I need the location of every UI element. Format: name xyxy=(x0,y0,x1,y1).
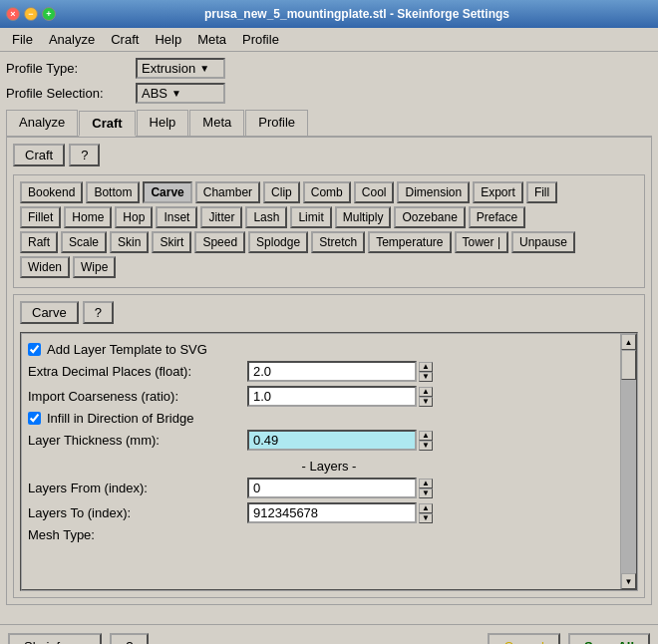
menu-craft[interactable]: Craft xyxy=(103,30,147,49)
tool-dimension[interactable]: Dimension xyxy=(397,181,470,203)
tool-speed[interactable]: Speed xyxy=(194,231,245,253)
tool-bottom[interactable]: Bottom xyxy=(86,181,140,203)
import-coarseness-up[interactable]: ▲ xyxy=(419,387,433,397)
maximize-button[interactable]: + xyxy=(42,7,56,21)
layer-thickness-value: 0.49 xyxy=(253,433,278,448)
tab-craft[interactable]: Craft xyxy=(79,111,135,137)
layers-to-input[interactable]: 912345678 xyxy=(247,502,417,523)
skeinforge-button[interactable]: Skeinforge xyxy=(8,633,102,644)
tool-wipe[interactable]: Wipe xyxy=(73,256,116,278)
layers-from-input[interactable]: 0 xyxy=(247,478,417,498)
scroll-thumb[interactable] xyxy=(621,350,636,380)
tab-meta[interactable]: Meta xyxy=(189,110,244,136)
tool-limit[interactable]: Limit xyxy=(290,206,331,228)
profile-type-select[interactable]: Extrusion ▼ xyxy=(136,58,225,79)
tool-multiply[interactable]: Multiply xyxy=(335,206,392,228)
craft-button[interactable]: Craft xyxy=(13,144,65,166)
layers-to-label: Layers To (index): xyxy=(28,505,247,520)
tool-carve[interactable]: Carve xyxy=(143,181,191,203)
layers-from-row: Layers From (index): 0 ▲ ▼ xyxy=(28,478,630,498)
tool-tower[interactable]: Tower | xyxy=(455,231,508,253)
window-controls[interactable]: × − + xyxy=(6,7,56,21)
import-coarseness-label: Import Coarseness (ratio): xyxy=(28,389,247,404)
tool-preface[interactable]: Preface xyxy=(469,206,525,228)
add-layer-template-label: Add Layer Template to SVG xyxy=(47,342,207,357)
carve-help-button[interactable]: ? xyxy=(83,301,114,324)
menu-file[interactable]: File xyxy=(4,30,41,49)
add-layer-template-checkbox[interactable] xyxy=(28,343,41,356)
carve-button[interactable]: Carve xyxy=(20,301,79,324)
import-coarseness-input[interactable]: 1.0 xyxy=(247,386,417,407)
layers-to-up[interactable]: ▲ xyxy=(419,503,433,513)
import-coarseness-down[interactable]: ▼ xyxy=(419,397,433,407)
tool-comb[interactable]: Comb xyxy=(303,181,351,203)
bottom-help-button[interactable]: ? xyxy=(110,633,149,644)
settings-scrollbar[interactable]: ▲ ▼ xyxy=(620,334,636,589)
menu-meta[interactable]: Meta xyxy=(189,30,234,49)
layers-from-up[interactable]: ▲ xyxy=(419,479,433,488)
layers-from-spinner[interactable]: ▲ ▼ xyxy=(419,479,433,498)
tool-widen[interactable]: Widen xyxy=(20,256,70,278)
tool-chamber[interactable]: Chamber xyxy=(195,181,260,203)
menu-profile[interactable]: Profile xyxy=(234,30,287,49)
tool-fillet[interactable]: Fillet xyxy=(20,206,61,228)
extra-decimal-spinner[interactable]: ▲ ▼ xyxy=(419,362,433,382)
infill-bridge-checkbox[interactable] xyxy=(28,412,41,425)
extra-decimal-up[interactable]: ▲ xyxy=(419,362,433,372)
tool-clip[interactable]: Clip xyxy=(263,181,300,203)
profile-type-label: Profile Type: xyxy=(6,61,136,76)
tool-skin[interactable]: Skin xyxy=(110,231,149,253)
tool-home[interactable]: Home xyxy=(64,206,112,228)
infill-bridge-row: Infill in Direction of Bridge xyxy=(28,411,630,426)
mesh-type-row: Mesh Type: xyxy=(28,527,630,542)
save-all-button[interactable]: Save All xyxy=(568,633,650,644)
import-coarseness-spinner[interactable]: ▲ ▼ xyxy=(419,387,433,407)
profile-type-arrow: ▼ xyxy=(199,63,209,74)
extra-decimal-down[interactable]: ▼ xyxy=(419,372,433,382)
close-button[interactable]: × xyxy=(6,7,20,21)
tool-hop[interactable]: Hop xyxy=(115,206,153,228)
tool-oozebane[interactable]: Oozebane xyxy=(394,206,465,228)
craft-help-button[interactable]: ? xyxy=(69,144,100,166)
layers-to-down[interactable]: ▼ xyxy=(419,513,433,523)
scroll-up-button[interactable]: ▲ xyxy=(621,334,636,350)
scroll-track[interactable] xyxy=(621,350,636,573)
extra-decimal-value: 2.0 xyxy=(253,364,271,379)
tool-raft[interactable]: Raft xyxy=(20,231,58,253)
minimize-button[interactable]: − xyxy=(24,7,38,21)
tool-stretch[interactable]: Stretch xyxy=(311,231,365,253)
layer-thickness-input[interactable]: 0.49 xyxy=(247,430,417,451)
tool-splodge[interactable]: Splodge xyxy=(248,231,308,253)
layer-thickness-label: Layer Thickness (mm): xyxy=(28,433,247,448)
layers-from-down[interactable]: ▼ xyxy=(419,488,433,498)
layer-thickness-down[interactable]: ▼ xyxy=(419,441,433,451)
layer-thickness-up[interactable]: ▲ xyxy=(419,431,433,441)
tool-fill[interactable]: Fill xyxy=(526,181,557,203)
tab-profile[interactable]: Profile xyxy=(245,110,308,136)
layers-to-spinner[interactable]: ▲ ▼ xyxy=(419,503,433,523)
tab-help[interactable]: Help xyxy=(137,110,189,136)
carve-sub-buttons: Carve ? xyxy=(20,301,638,324)
layer-thickness-row: Layer Thickness (mm): 0.49 ▲ ▼ xyxy=(28,430,630,451)
tool-temperature[interactable]: Temperature xyxy=(368,231,451,253)
tab-analyze[interactable]: Analyze xyxy=(6,110,78,136)
tool-jitter[interactable]: Jitter xyxy=(200,206,242,228)
profile-selection-select[interactable]: ABS ▼ xyxy=(136,83,225,104)
tool-unpause[interactable]: Unpause xyxy=(511,231,575,253)
extra-decimal-input[interactable]: 2.0 xyxy=(247,361,417,382)
tool-inset[interactable]: Inset xyxy=(156,206,197,228)
layer-thickness-spinner[interactable]: ▲ ▼ xyxy=(419,431,433,451)
tool-scale[interactable]: Scale xyxy=(61,231,107,253)
content-panel: Craft ? Bookend Bottom Carve Chamber Cli… xyxy=(6,138,652,605)
profile-selection-label: Profile Selection: xyxy=(6,86,136,101)
add-layer-template-row: Add Layer Template to SVG xyxy=(28,342,630,357)
menu-analyze[interactable]: Analyze xyxy=(41,30,103,49)
menu-help[interactable]: Help xyxy=(147,30,189,49)
tool-skirt[interactable]: Skirt xyxy=(152,231,191,253)
tool-lash[interactable]: Lash xyxy=(245,206,287,228)
tool-bookend[interactable]: Bookend xyxy=(20,181,83,203)
tool-export[interactable]: Export xyxy=(473,181,523,203)
cancel-button[interactable]: Cancel xyxy=(488,633,559,644)
scroll-down-button[interactable]: ▼ xyxy=(621,573,636,589)
tool-cool[interactable]: Cool xyxy=(354,181,395,203)
